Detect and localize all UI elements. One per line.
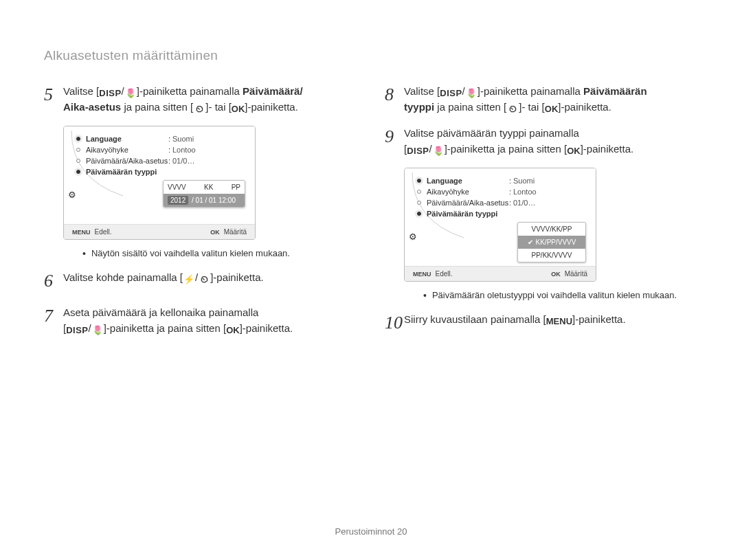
settings-row[interactable]: Aikavyöhyke : Lontoo bbox=[76, 144, 248, 155]
year-value: 2012 bbox=[168, 196, 188, 205]
step-7: 7 Aseta päivämäärä ja kellonaika painama… bbox=[44, 305, 357, 336]
step-body: Siirry kuvaustilaan painamalla [MENU]-pa… bbox=[404, 312, 698, 336]
step-body: Valitse [DISP/🌷]-painiketta painamalla P… bbox=[404, 84, 698, 115]
macro-icon: 🌷 bbox=[124, 88, 137, 98]
macro-icon: 🌷 bbox=[465, 88, 477, 98]
step-number: 7 bbox=[44, 302, 63, 336]
cui-body: ⚙ Language : Suomi Aikavyöhyke : Lontoo bbox=[405, 168, 596, 266]
col-day: PP bbox=[232, 183, 240, 191]
camera-preview-2: ⚙ Language : Suomi Aikavyöhyke : Lontoo bbox=[404, 168, 596, 282]
row-value: 01/0… bbox=[513, 199, 535, 207]
disp-icon: DISP bbox=[66, 325, 88, 335]
row-bullet-icon bbox=[76, 159, 80, 163]
date-format-option[interactable]: PP/KK/VVVV bbox=[518, 249, 585, 262]
timer-icon: ⏲ bbox=[506, 104, 519, 114]
settings-row[interactable]: Päivämäärä/Aika-asetus : 01/0… bbox=[76, 155, 248, 166]
dropdown-selected-value[interactable]: 2012 / 01 / 01 12:00 bbox=[164, 194, 245, 207]
text: ja paina sitten [ bbox=[121, 101, 193, 113]
text: ]-painiketta ja paina sitten [ bbox=[445, 143, 567, 155]
settings-row[interactable]: Language : Suomi bbox=[76, 133, 248, 144]
ok-icon: OK bbox=[545, 104, 559, 114]
step-5: 5 Valitse [DISP/🌷]-painiketta painamalla… bbox=[44, 84, 357, 115]
macro-icon: 🌷 bbox=[432, 146, 445, 156]
step-8: 8 Valitse [DISP/🌷]-painiketta painamalla… bbox=[385, 84, 698, 115]
text: Aseta päivämäärä ja kellonaika painamall… bbox=[63, 306, 258, 318]
settings-row[interactable]: Aikavyöhyke : Lontoo bbox=[417, 186, 589, 197]
row-bullet-icon bbox=[76, 137, 80, 141]
note-text: Päivämäärän oletustyyppi voi vaihdella v… bbox=[432, 290, 677, 301]
menu-icon: MENU bbox=[413, 271, 431, 278]
text: ]-painiketta. bbox=[558, 101, 611, 113]
date-type-dropdown[interactable]: VVVV/KK/PP ✔ KK/PP/VVVV PP/KK/VVVV bbox=[517, 222, 586, 262]
settings-row[interactable]: Päivämäärän tyyppi bbox=[417, 208, 589, 219]
bold-label: tyyppi bbox=[404, 101, 434, 113]
right-column: 8 Valitse [DISP/🌷]-painiketta painamalla… bbox=[385, 84, 698, 347]
date-format-option[interactable]: VVVV/KK/PP bbox=[518, 223, 585, 236]
footer-right[interactable]: OK Määritä bbox=[210, 228, 247, 236]
step-9: 9 Valitse päivämäärän tyyppi painamalla … bbox=[385, 126, 698, 157]
content-columns: 5 Valitse [DISP/🌷]-painiketta painamalla… bbox=[44, 84, 698, 347]
cui-footer: MENU Edell. OK Määritä bbox=[64, 224, 255, 239]
settings-row[interactable]: Language : Suomi bbox=[417, 175, 589, 186]
date-format-option-selected[interactable]: ✔ KK/PP/VVVV bbox=[518, 236, 585, 249]
step-number: 9 bbox=[385, 123, 404, 157]
ok-icon: OK bbox=[226, 325, 240, 335]
note-text: Näytön sisältö voi vaihdella valitun kie… bbox=[91, 248, 290, 259]
camera-preview-1: ⚙ Language : Suomi Aikavyöhyke : Lontoo bbox=[63, 126, 256, 240]
step-10: 10 Siirry kuvaustilaan painamalla [MENU]… bbox=[385, 312, 698, 336]
row-label: Päivämäärän tyyppi bbox=[427, 210, 509, 218]
date-time-dropdown[interactable]: VVVV KK PP 2012 / 01 / 01 12:00 bbox=[163, 180, 245, 208]
step-number: 6 bbox=[44, 267, 63, 294]
note: Päivämäärän oletustyyppi voi vaihdella v… bbox=[423, 290, 698, 301]
timer-icon: ⏲ bbox=[193, 104, 205, 114]
page-footer: Perustoiminnot 20 bbox=[0, 526, 742, 537]
step-body: Valitse [DISP/🌷]-painiketta painamalla P… bbox=[63, 84, 357, 115]
text: ]-painiketta. bbox=[245, 101, 298, 113]
footer-right[interactable]: OK Määritä bbox=[551, 270, 587, 278]
row-bullet-icon bbox=[417, 201, 421, 205]
rest-value: / 01 / 01 12:00 bbox=[190, 197, 236, 204]
footer-left[interactable]: MENU Edell. bbox=[72, 228, 112, 236]
row-label: Language bbox=[86, 135, 168, 143]
step-body: Valitse kohde painamalla [⚡/⏲]-painikett… bbox=[63, 270, 357, 294]
step-number: 8 bbox=[385, 81, 404, 115]
disp-icon: DISP bbox=[407, 146, 429, 156]
row-value: Lontoo bbox=[513, 188, 537, 196]
option-label: KK/PP/VVVV bbox=[536, 238, 576, 246]
row-label: Päivämäärän tyyppi bbox=[86, 168, 168, 176]
row-label: Päivämäärä/Aika-asetus bbox=[86, 157, 168, 165]
row-label: Aikavyöhyke bbox=[427, 188, 509, 196]
settings-row[interactable]: Päivämäärän tyyppi bbox=[76, 166, 248, 177]
gear-icon: ⚙ bbox=[67, 190, 78, 201]
step-6: 6 Valitse kohde painamalla [⚡/⏲]-painike… bbox=[44, 270, 357, 294]
text: ]-painiketta painamalla bbox=[477, 85, 583, 97]
text: ]-painiketta ja paina sitten [ bbox=[104, 322, 226, 334]
timer-icon: ⏲ bbox=[198, 274, 210, 284]
text: Valitse päivämäärän tyyppi painamalla bbox=[404, 127, 579, 139]
row-bullet-icon bbox=[76, 148, 80, 152]
check-icon: ✔ bbox=[528, 238, 533, 246]
row-bullet-icon bbox=[417, 190, 421, 194]
cui-body: ⚙ Language : Suomi Aikavyöhyke : Lontoo bbox=[64, 126, 255, 224]
footer-left[interactable]: MENU Edell. bbox=[413, 270, 453, 278]
ok-icon: OK bbox=[232, 104, 245, 114]
ok-icon: OK bbox=[567, 146, 581, 156]
ok-icon: OK bbox=[551, 271, 561, 278]
footer-left-label: Edell. bbox=[436, 270, 453, 278]
text: ]-painiketta. bbox=[581, 143, 634, 155]
text: Siirry kuvaustilaan painamalla [ bbox=[404, 313, 546, 325]
footer-left-label: Edell. bbox=[95, 228, 112, 236]
step-number: 10 bbox=[385, 309, 404, 336]
step-body: Aseta päivämäärä ja kellonaika painamall… bbox=[63, 305, 357, 336]
left-column: 5 Valitse [DISP/🌷]-painiketta painamalla… bbox=[44, 84, 357, 347]
row-bullet-icon bbox=[417, 212, 421, 216]
text: ]-painiketta. bbox=[240, 322, 293, 334]
flash-icon: ⚡ bbox=[183, 274, 195, 284]
page: Alkuasetusten määrittäminen 5 Valitse [D… bbox=[0, 0, 742, 560]
bold-label: Päivämäärä/ bbox=[243, 85, 303, 97]
text: ]- tai [ bbox=[519, 101, 545, 113]
dropdown-header: VVVV KK PP bbox=[164, 181, 245, 194]
text: ]-painiketta. bbox=[210, 271, 264, 283]
settings-row[interactable]: Päivämäärä/Aika-asetus : 01/0… bbox=[417, 197, 589, 208]
disp-icon: DISP bbox=[99, 88, 121, 98]
